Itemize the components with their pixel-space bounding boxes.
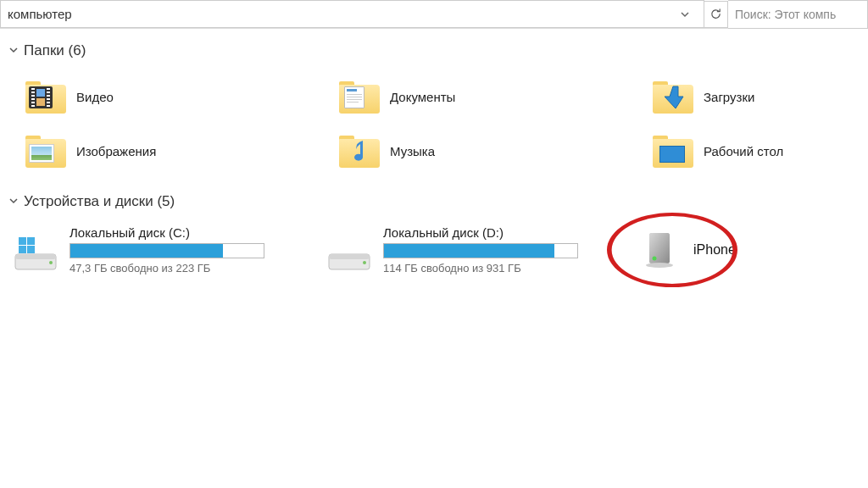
search-input[interactable]: Поиск: Этот компь <box>728 0 868 29</box>
drive-usage-fill <box>384 244 554 258</box>
drive-usage-fill <box>70 244 223 258</box>
folder-label: Рабочий стол <box>704 144 783 158</box>
svg-rect-1 <box>15 254 56 259</box>
drive-usage-bar <box>70 243 264 258</box>
drive-usage-bar <box>383 243 578 258</box>
folder-downloads[interactable]: Загрузки <box>653 80 868 114</box>
music-note-icon <box>348 139 370 166</box>
drive-free-text: 47,3 ГБ свободно из 223 ГБ <box>70 262 264 274</box>
svg-point-13 <box>646 263 673 268</box>
svg-point-2 <box>49 261 53 264</box>
download-arrow-icon <box>665 85 687 110</box>
drives-section-header[interactable]: Устройства и диски (5) <box>0 188 868 215</box>
drive-free-text: 114 ГБ свободно из 931 ГБ <box>383 262 578 274</box>
chevron-down-icon <box>8 42 19 59</box>
device-label: iPhone <box>693 242 736 258</box>
desktop-folder-icon <box>653 134 693 168</box>
drive-icon <box>327 237 371 273</box>
device-iphone[interactable]: iPhone <box>641 230 868 270</box>
search-placeholder: Поиск: Этот компь <box>735 8 836 21</box>
svg-rect-5 <box>19 246 26 253</box>
svg-rect-8 <box>329 254 370 259</box>
content-area: Папки (6) Видео <box>0 29 868 274</box>
folder-desktop[interactable]: Рабочий стол <box>653 134 868 168</box>
folder-pictures[interactable]: Изображения <box>25 134 339 168</box>
drives-row: Локальный диск (C:) 47,3 ГБ свободно из … <box>0 215 868 274</box>
music-folder-icon <box>339 134 380 168</box>
portable-device-icon <box>641 230 682 270</box>
folder-music[interactable]: Музыка <box>339 134 653 168</box>
folder-label: Видео <box>76 90 114 104</box>
drives-section-title: Устройства и диски (5) <box>24 193 175 210</box>
drive-c[interactable]: Локальный диск (C:) 47,3 ГБ свободно из … <box>14 225 327 274</box>
svg-point-12 <box>653 257 657 261</box>
chevron-down-icon <box>680 9 690 19</box>
address-text: компьютер <box>8 7 673 21</box>
svg-rect-6 <box>27 246 35 253</box>
address-dropdown-button[interactable] <box>673 1 697 28</box>
system-drive-icon <box>14 237 58 273</box>
documents-folder-icon <box>339 80 380 114</box>
folders-section-title: Папки (6) <box>24 42 86 59</box>
svg-rect-3 <box>19 237 26 245</box>
refresh-icon <box>709 8 722 20</box>
chevron-down-icon <box>8 193 19 210</box>
downloads-folder-icon <box>653 80 693 114</box>
drive-name: Локальный диск (C:) <box>70 225 264 240</box>
folders-grid: Видео Документы За <box>0 64 868 188</box>
drive-d[interactable]: Локальный диск (D:) 114 ГБ свободно из 9… <box>327 225 641 274</box>
drive-name: Локальный диск (D:) <box>383 225 578 240</box>
folder-label: Загрузки <box>704 90 754 104</box>
folder-video[interactable]: Видео <box>25 80 339 114</box>
refresh-button[interactable] <box>704 1 728 28</box>
folder-label: Музыка <box>390 144 435 158</box>
drive-info: Локальный диск (C:) 47,3 ГБ свободно из … <box>70 225 264 274</box>
svg-rect-4 <box>27 237 35 245</box>
folder-label: Изображения <box>76 144 156 158</box>
pictures-folder-icon <box>25 134 66 168</box>
top-bar: компьютер Поиск: Этот компь <box>0 0 868 29</box>
folder-label: Документы <box>390 90 455 104</box>
video-folder-icon <box>25 80 66 114</box>
folder-documents[interactable]: Документы <box>339 80 653 114</box>
address-bar[interactable]: компьютер <box>0 0 704 28</box>
svg-point-9 <box>363 261 366 264</box>
drive-info: Локальный диск (D:) 114 ГБ свободно из 9… <box>383 225 578 274</box>
folders-section-header[interactable]: Папки (6) <box>0 37 868 64</box>
